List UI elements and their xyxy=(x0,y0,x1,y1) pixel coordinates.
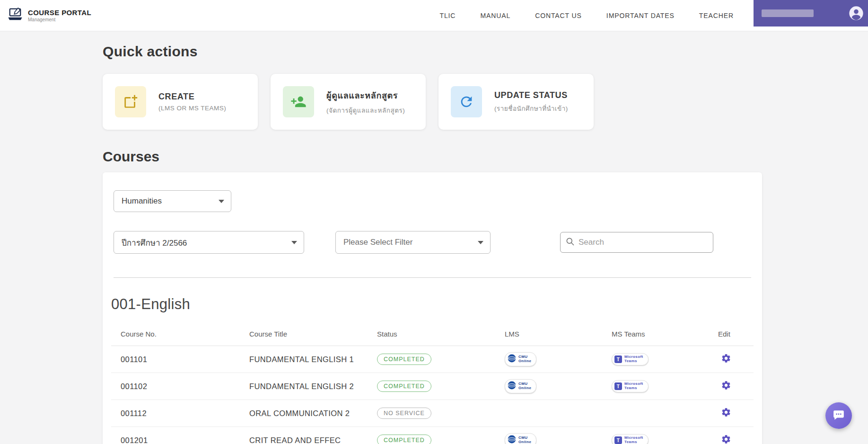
course-no: 001201 xyxy=(121,436,249,444)
chevron-down-icon xyxy=(478,241,483,244)
chevron-down-icon xyxy=(291,241,297,244)
status-badge: NO SERVICE xyxy=(377,408,431,419)
chat-bubble-icon xyxy=(833,409,845,423)
lms-badge-label-line2: Online xyxy=(518,386,531,391)
teams-badge[interactable]: T Microsoft Teams xyxy=(612,353,649,365)
brand[interactable]: COURSE PORTAL Management xyxy=(7,7,91,24)
lms-badge[interactable]: CMU Online xyxy=(505,352,536,366)
ms-teams-icon: T xyxy=(614,436,622,444)
faculty-select-value: Humanities xyxy=(122,196,162,206)
cmu-online-icon xyxy=(508,381,516,391)
teams-badge-label-line2: Teams xyxy=(624,386,643,391)
status-badge: COMPLETED xyxy=(377,381,431,392)
table-row: 001102 FUNDAMENTAL ENGLISH 2 COMPLETED C… xyxy=(111,373,754,400)
person-add-icon xyxy=(283,86,314,117)
avatar-icon[interactable] xyxy=(849,6,864,21)
teams-badge[interactable]: T Microsoft Teams xyxy=(612,434,649,444)
header-edit: Edit xyxy=(718,330,754,338)
course-title: ORAL COMMUNICATION 2 xyxy=(249,409,377,418)
nav-item-contact-us[interactable]: CONTACT US xyxy=(535,12,582,19)
header-ms-teams: MS Teams xyxy=(612,330,718,338)
settings-gear-icon[interactable] xyxy=(721,434,731,444)
cmu-online-icon xyxy=(508,435,516,444)
nav-item-important-dates[interactable]: IMPORTANT DATES xyxy=(606,12,675,19)
card-subtitle: (LMS OR MS TEAMS) xyxy=(158,105,226,112)
user-name-redacted xyxy=(762,9,814,17)
card-title: CREATE xyxy=(158,92,226,102)
status-badge: COMPLETED xyxy=(377,354,431,365)
table-row: 001101 FUNDAMENTAL ENGLISH 1 COMPLETED C… xyxy=(111,346,754,373)
filter-placeholder: Please Select Filter xyxy=(343,238,412,247)
course-table-body: 001101 FUNDAMENTAL ENGLISH 1 COMPLETED C… xyxy=(111,346,754,444)
academic-year-value: ปีการศึกษา 2/2566 xyxy=(122,236,187,249)
teams-badge-label-line2: Teams xyxy=(624,359,643,364)
ms-teams-icon: T xyxy=(614,355,622,363)
courses-title: Courses xyxy=(103,149,868,165)
brand-name: COURSE PORTAL xyxy=(28,9,91,17)
settings-gear-icon[interactable] xyxy=(721,353,731,364)
quick-actions-title: Quick actions xyxy=(103,44,868,60)
quick-action-cards: CREATE (LMS OR MS TEAMS) ผู้ดูแลและหลักส… xyxy=(103,74,868,130)
search-input[interactable] xyxy=(579,238,708,247)
header-lms: LMS xyxy=(505,330,612,338)
course-title: CRIT READ AND EFFEC xyxy=(249,436,377,444)
settings-gear-icon[interactable] xyxy=(721,407,731,417)
table-row: 001112 ORAL COMMUNICATION 2 NO SERVICE xyxy=(111,400,754,427)
table-row: 001201 CRIT READ AND EFFEC COMPLETED CMU… xyxy=(111,427,754,444)
nav-links: TLIC MANUAL CONTACT US IMPORTANT DATES T… xyxy=(439,12,734,19)
nav-item-manual[interactable]: MANUAL xyxy=(480,12,510,19)
header-course-no: Course No. xyxy=(121,330,249,338)
nav-item-tlic[interactable]: TLIC xyxy=(439,12,456,19)
quick-action-update-status[interactable]: UPDATE STATUS (รายชื่อนักศึกษาที่นำเข้า) xyxy=(438,74,594,130)
lms-badge-label-line2: Online xyxy=(518,440,531,444)
settings-gear-icon[interactable] xyxy=(721,380,731,391)
chevron-down-icon xyxy=(219,200,224,203)
card-subtitle: (จัดการผู้ดูแลและหลักสูตร) xyxy=(326,105,405,115)
divider xyxy=(114,277,751,278)
cmu-online-icon xyxy=(508,354,516,364)
course-table: Course No. Course Title Status LMS MS Te… xyxy=(111,322,754,444)
lms-badge-label-line2: Online xyxy=(518,359,531,364)
course-no: 001102 xyxy=(121,382,249,391)
faculty-select[interactable]: Humanities xyxy=(114,190,231,212)
filter-select[interactable]: Please Select Filter xyxy=(335,231,491,254)
card-title: UPDATE STATUS xyxy=(494,90,568,100)
course-title: FUNDAMENTAL ENGLISH 1 xyxy=(249,355,377,364)
course-no: 001112 xyxy=(121,409,249,418)
status-badge: COMPLETED xyxy=(377,435,431,444)
teams-badge-label-line2: Teams xyxy=(624,440,643,444)
brand-logo-icon xyxy=(7,7,24,24)
header-course-title: Course Title xyxy=(249,330,377,338)
header-status: Status xyxy=(377,330,505,338)
quick-action-admins-courses[interactable]: ผู้ดูแลและหลักสูตร (จัดการผู้ดูแลและหลัก… xyxy=(271,74,426,130)
search-box xyxy=(560,232,713,253)
lms-badge[interactable]: CMU Online xyxy=(505,433,536,444)
quick-action-create[interactable]: CREATE (LMS OR MS TEAMS) xyxy=(103,74,258,130)
lms-badge[interactable]: CMU Online xyxy=(505,379,536,393)
brand-subtitle: Management xyxy=(28,17,91,22)
course-title: FUNDAMENTAL ENGLISH 2 xyxy=(249,382,377,391)
academic-year-select[interactable]: ปีการศึกษา 2/2566 xyxy=(114,231,304,254)
course-no: 001101 xyxy=(121,355,249,364)
ms-teams-icon: T xyxy=(614,382,622,390)
table-header: Course No. Course Title Status LMS MS Te… xyxy=(111,322,754,346)
refresh-icon xyxy=(451,86,482,117)
search-icon xyxy=(565,237,575,248)
chat-fab[interactable] xyxy=(825,402,852,429)
nav-item-teacher[interactable]: TEACHER xyxy=(699,12,734,19)
course-group-title: 001-English xyxy=(111,296,762,313)
teams-badge[interactable]: T Microsoft Teams xyxy=(612,380,649,392)
card-subtitle: (รายชื่อนักศึกษาที่นำเข้า) xyxy=(494,103,568,114)
create-course-icon xyxy=(115,86,146,117)
main-content: Quick actions CREATE (LMS OR MS TEAMS) xyxy=(0,44,868,444)
user-block[interactable] xyxy=(754,0,868,27)
courses-panel: Humanities ปีการศึกษา 2/2566 Please Sele… xyxy=(103,172,762,444)
top-nav: COURSE PORTAL Management TLIC MANUAL CON… xyxy=(0,0,868,31)
card-title: ผู้ดูแลและหลักสูตร xyxy=(326,89,405,102)
filter-row: ปีการศึกษา 2/2566 Please Select Filter xyxy=(114,231,762,254)
